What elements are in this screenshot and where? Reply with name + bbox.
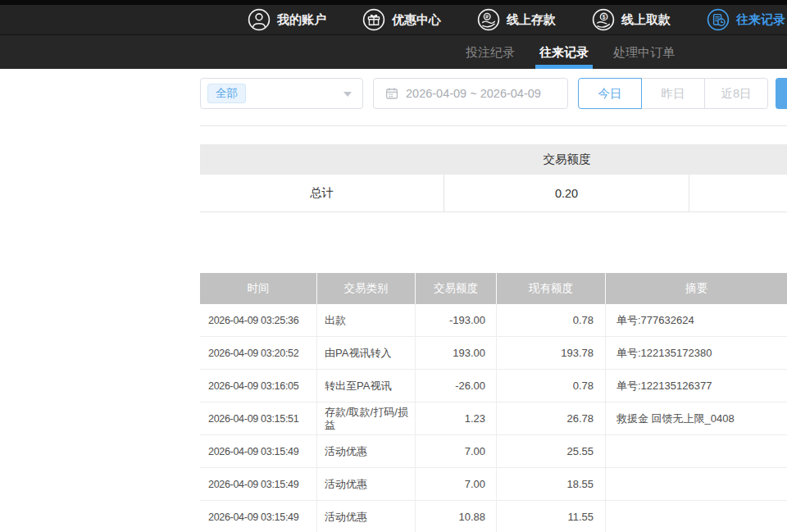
cell-balance: 11.55 — [497, 501, 606, 532]
nav-item-online-deposit[interactable]: 线上存款 — [477, 8, 556, 31]
column-header: 摘要 — [606, 273, 787, 304]
nav-item-label: 线上取款 — [621, 12, 671, 28]
cell-amount: 10.88 — [416, 501, 497, 532]
cell-time: 2026-04-09 03:15:49 — [200, 501, 317, 532]
tab-betting-records[interactable]: 投注纪录 — [466, 35, 515, 69]
cell-type: 活动优惠 — [317, 501, 416, 532]
cell-time: 2026-04-09 03:25:36 — [200, 304, 317, 337]
cell-balance: 0.78 — [497, 370, 606, 402]
table-row: 2026-04-09 03:15:51存款/取款/打码/损益1.2326.78救… — [200, 402, 787, 435]
column-header: 交易额度 — [416, 273, 497, 304]
summary-header-row: 交易额度 — [200, 144, 787, 175]
cell-amount: 1.23 — [416, 402, 497, 435]
cell-balance: 26.78 — [497, 402, 606, 435]
account-icon — [248, 8, 271, 31]
type-filter-select[interactable]: 全部 — [200, 78, 363, 109]
summary-total-row: 总计 0.20 — [200, 175, 787, 212]
deposit-icon — [477, 8, 500, 31]
gift-icon — [362, 8, 385, 31]
cell-type: 由PA视讯转入 — [317, 337, 416, 370]
cell-balance: 0.78 — [497, 304, 606, 337]
summary-header-label: 交易额度 — [444, 144, 689, 175]
table-row: 2026-04-09 03:25:36出款-193.000.78单号:77763… — [200, 304, 787, 337]
cell-time: 2026-04-09 03:16:05 — [200, 370, 317, 402]
cell-balance: 193.78 — [497, 337, 606, 370]
transaction-records-page: 我的账户优惠中心线上存款$线上取款往来记录 投注纪录往来记录处理中订单 全部 — [0, 0, 787, 532]
table-row: 2026-04-09 03:15:49活动优惠10.8811.55 — [200, 501, 787, 532]
column-header: 交易类别 — [317, 273, 416, 304]
date-range-picker[interactable]: 2026-04-09 ~ 2026-04-09 — [373, 78, 568, 109]
nav-item-transaction-records[interactable]: 往来记录 — [707, 8, 785, 31]
date-range-value: 2026-04-09 ~ 2026-04-09 — [406, 87, 541, 100]
top-nav-items: 我的账户优惠中心线上存款$线上取款往来记录 — [0, 5, 787, 34]
cell-time: 2026-04-09 03:15:49 — [200, 468, 317, 501]
cell-summary: 单号:777632624 — [606, 304, 787, 337]
cell-summary: 单号:122135172380 — [606, 337, 787, 370]
summary-total-label: 总计 — [200, 175, 444, 211]
filter-row: 全部 2026-04-09 ~ 2026-04-09 今日昨日近8日 — [200, 78, 787, 109]
column-header: 现有额度 — [497, 273, 606, 304]
cell-summary: 救援金 回馈无上限_0408 — [606, 402, 787, 435]
main-content: 全部 2026-04-09 ~ 2026-04-09 今日昨日近8日 — [0, 69, 787, 532]
quick-date-button-group: 今日昨日近8日 — [578, 78, 768, 109]
summary-empty-cell — [689, 175, 787, 211]
cell-summary — [606, 468, 787, 501]
last-8-days-button[interactable]: 近8日 — [704, 78, 768, 109]
tab-transaction-records[interactable]: 往来记录 — [539, 35, 589, 69]
cell-summary: 单号:122135126377 — [606, 370, 787, 402]
cell-balance: 25.55 — [497, 435, 606, 468]
table-row: 2026-04-09 03:15:49活动优惠7.0025.55 — [200, 435, 787, 468]
tab-processing-orders[interactable]: 处理中订单 — [613, 35, 675, 69]
summary-total-value: 0.20 — [444, 175, 689, 211]
column-header: 时间 — [200, 273, 317, 304]
cell-amount: -193.00 — [416, 304, 497, 337]
nav-item-label: 优惠中心 — [392, 12, 441, 28]
cell-amount: -26.00 — [416, 370, 497, 402]
cell-summary — [606, 435, 787, 468]
records-table-header: 时间交易类别交易额度现有额度摘要 — [200, 273, 787, 304]
table-row: 2026-04-09 03:20:52由PA视讯转入193.00193.78单号… — [200, 337, 787, 370]
search-button[interactable] — [776, 78, 787, 109]
nav-item-label: 我的账户 — [277, 12, 326, 28]
cell-amount: 7.00 — [416, 468, 497, 501]
summary-header-spacer — [200, 144, 444, 175]
cell-time: 2026-04-09 03:15:49 — [200, 435, 317, 468]
nav-item-label: 线上存款 — [507, 12, 556, 28]
records-tab-bar: 投注纪录往来记录处理中订单 — [0, 35, 787, 69]
filter-divider — [200, 125, 787, 126]
chevron-down-icon — [343, 92, 352, 97]
summary-header-spacer — [689, 144, 787, 175]
nav-item-promotions[interactable]: 优惠中心 — [362, 8, 441, 31]
records-table-body: 2026-04-09 03:25:36出款-193.000.78单号:77763… — [200, 304, 787, 532]
calendar-icon — [385, 87, 398, 100]
nav-item-online-withdrawal[interactable]: $线上取款 — [592, 8, 671, 31]
cell-type: 活动优惠 — [317, 468, 416, 501]
cell-type: 活动优惠 — [317, 435, 416, 468]
cell-amount: 193.00 — [416, 337, 497, 370]
cell-balance: 18.55 — [497, 468, 606, 501]
summary-table: 交易额度 总计 0.20 — [200, 144, 787, 212]
records-table: 时间交易类别交易额度现有额度摘要 2026-04-09 03:25:36出款-1… — [200, 273, 787, 532]
cell-time: 2026-04-09 03:15:51 — [200, 402, 317, 435]
cell-amount: 7.00 — [416, 435, 497, 468]
svg-text:$: $ — [603, 14, 606, 20]
cell-time: 2026-04-09 03:20:52 — [200, 337, 317, 370]
yesterday-button[interactable]: 昨日 — [641, 78, 705, 109]
nav-item-my-account[interactable]: 我的账户 — [248, 8, 326, 31]
withdraw-icon: $ — [592, 8, 615, 31]
cell-type: 转出至PA视讯 — [317, 370, 416, 402]
selected-type-tag[interactable]: 全部 — [207, 84, 246, 103]
cell-type: 存款/取款/打码/损益 — [317, 402, 416, 435]
cell-summary — [606, 501, 787, 532]
today-button[interactable]: 今日 — [578, 78, 642, 109]
records-icon — [707, 8, 730, 31]
cell-type: 出款 — [317, 304, 416, 337]
table-row: 2026-04-09 03:15:49活动优惠7.0018.55 — [200, 468, 787, 501]
nav-item-label: 往来记录 — [736, 12, 785, 28]
table-row: 2026-04-09 03:16:05转出至PA视讯-26.000.78单号:1… — [200, 370, 787, 402]
tabs: 投注纪录往来记录处理中订单 — [0, 35, 787, 69]
top-navigation-bar: 我的账户优惠中心线上存款$线上取款往来记录 — [0, 0, 787, 35]
